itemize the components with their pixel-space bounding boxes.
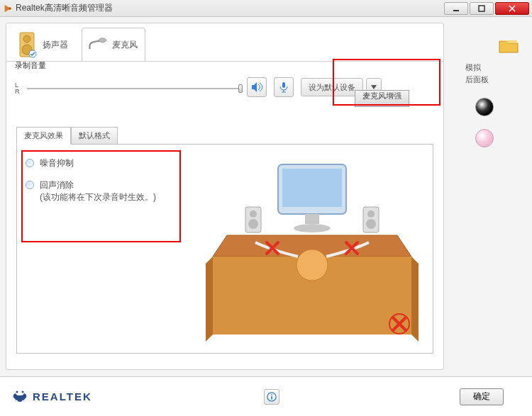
svg-point-3 [23,35,31,43]
option-noise-suppression[interactable]: 噪音抑制 [26,154,174,172]
tab-speaker[interactable]: 扬声器 [12,28,76,61]
minimize-button[interactable] [444,2,468,15]
footer: REALTEK 确定 [0,376,532,416]
svg-rect-0 [453,10,459,11]
speaker-icon [17,31,38,58]
mic-mute-button[interactable] [274,77,294,97]
svg-rect-35 [271,396,272,399]
svg-marker-13 [411,257,419,342]
rear-panel-label: 后面板 [465,74,526,85]
microphone-icon [87,38,108,52]
info-button[interactable] [264,389,279,405]
window-title: Realtek高清晰音频管理器 [16,2,113,14]
sub-tabs: 麦克风效果 默认格式 [16,127,443,145]
svg-marker-12 [206,257,213,342]
sidebar-section-label: 模拟 [465,62,526,73]
tab-microphone[interactable]: 麦克风 [82,28,145,61]
jack-black[interactable] [475,98,494,116]
record-volume-slider[interactable] [27,83,240,94]
radio-icon [26,159,34,167]
realtek-crab-icon [11,388,28,405]
options-column: 噪音抑制 回声消除 (该功能将在下次录音时生效。) [26,154,174,210]
svg-rect-7 [282,82,285,88]
main-panel: 扬声器 麦克风 录制音量 L R [6,23,444,370]
ok-button[interactable]: 确定 [460,388,504,405]
device-tabs: 扬声器 麦克风 [6,23,443,62]
record-volume-row: 录制音量 L R 设为默认设备 麦克风增强 [6,62,443,101]
jack-pink[interactable] [475,129,494,147]
svg-point-24 [297,249,328,281]
svg-point-23 [366,219,376,229]
app-icon [3,4,13,13]
client-area: 扬声器 麦克风 录制音量 L R [0,17,532,416]
close-button[interactable] [495,2,529,15]
svg-point-20 [248,219,258,229]
svg-rect-1 [479,6,484,11]
record-volume-label: 录制音量 [15,60,46,71]
set-default-device-button[interactable]: 设为默认设备 [301,78,363,96]
desk-illustration [199,150,426,349]
window-buttons [443,2,529,15]
svg-point-17 [294,224,331,232]
maximize-button[interactable] [470,2,494,15]
tab-microphone-label: 麦克风 [112,39,138,51]
svg-point-6 [99,38,106,43]
mic-effects-panel: 噪音抑制 回声消除 (该功能将在下次录音时生效。) [16,144,433,354]
svg-point-22 [367,210,375,218]
option-echo-cancellation[interactable]: 回声消除 (该功能将在下次录音时生效。) [26,176,174,206]
svg-point-32 [16,390,18,393]
subtab-default-format[interactable]: 默认格式 [71,127,118,145]
svg-rect-15 [282,169,342,207]
lr-indicator: L R [15,82,20,95]
mic-boost-button[interactable]: 麦克风增强 [355,90,409,107]
svg-point-33 [22,390,24,393]
svg-point-36 [271,394,272,395]
chevron-down-icon [371,85,377,89]
folder-icon[interactable] [498,37,519,54]
tab-speaker-label: 扬声器 [43,39,68,51]
playback-mute-button[interactable] [247,77,267,97]
subtab-mic-effects[interactable]: 麦克风效果 [16,127,71,145]
title-bar: Realtek高清晰音频管理器 [0,0,532,17]
radio-icon [26,181,34,189]
brand: REALTEK [11,388,92,405]
svg-point-19 [250,210,257,218]
connector-sidebar: 模拟 后面板 [455,23,526,370]
brand-text: REALTEK [33,390,92,403]
svg-rect-16 [305,214,319,224]
